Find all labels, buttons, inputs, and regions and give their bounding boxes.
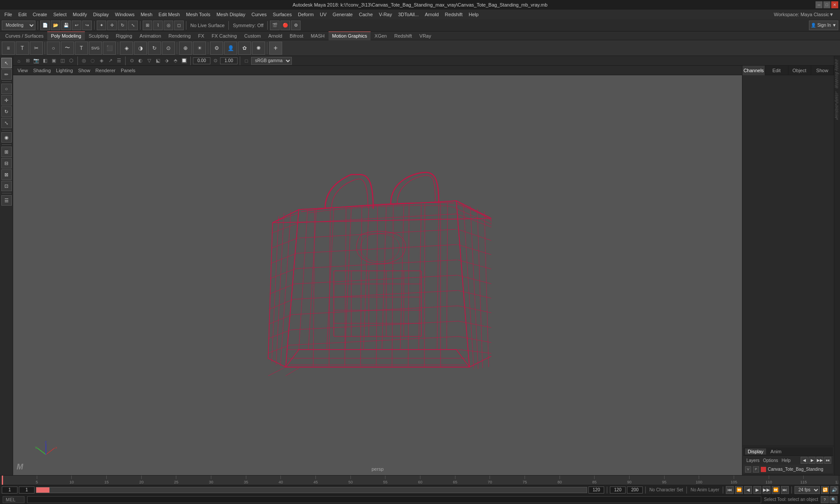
loop-button[interactable]: 🔁 <box>821 486 829 494</box>
shelf-icon-12[interactable]: 👤 <box>224 42 237 55</box>
layers-menu-btn[interactable]: Layers <box>745 458 761 463</box>
vp-icon-14[interactable]: ◐ <box>136 57 144 65</box>
anim-end-input[interactable] <box>588 486 604 494</box>
shelf-icon-5[interactable]: ◈ <box>120 42 133 55</box>
shelf-icon-11[interactable]: ⚙ <box>210 42 223 55</box>
menu-help[interactable]: Help <box>466 11 481 18</box>
shelf-tab-bifrost[interactable]: Bifrost <box>286 32 307 40</box>
snap-curve-button[interactable]: ⌇ <box>153 21 163 30</box>
tab-show[interactable]: Show <box>811 66 834 75</box>
vp-icon-4[interactable]: ◧ <box>41 57 49 65</box>
snap-surface-button[interactable]: ◻ <box>174 21 184 30</box>
command-input[interactable] <box>27 496 761 503</box>
layer-add-btn[interactable]: ▶▶ <box>816 457 823 464</box>
vp-icon-cam[interactable]: 📷 <box>32 57 40 65</box>
menu-mesh-display[interactable]: Mesh Display <box>214 11 248 18</box>
layer-next-btn[interactable]: ▶ <box>808 457 816 464</box>
shelf-tab-mash[interactable]: MASH <box>307 32 328 40</box>
open-scene-button[interactable]: 📂 <box>51 21 60 30</box>
workspace-label[interactable]: Workspace: Maya Classic▼ <box>774 12 838 17</box>
next-key-button[interactable]: ⏩ <box>772 486 780 494</box>
audio-button[interactable]: 🔊 <box>830 486 838 494</box>
current-frame-input[interactable] <box>19 486 35 494</box>
viewport-canvas[interactable]: persp M X Y Z <box>13 75 742 475</box>
layer-v-button[interactable]: V <box>745 466 751 472</box>
shelf-tab-arnold[interactable]: Arnold <box>265 32 286 40</box>
menu-3dtoall[interactable]: 3DToAll... <box>396 11 421 18</box>
shelf-tab-motion-graphics[interactable]: Motion Graphics <box>329 32 371 40</box>
menu-windows[interactable]: Windows <box>112 11 137 18</box>
menu-curves[interactable]: Curves <box>249 11 270 18</box>
aff-modeling-toolkit[interactable]: Modeling Toolkit <box>836 58 839 90</box>
menu-deform[interactable]: Deform <box>295 11 316 18</box>
playback-range-slider[interactable] <box>36 487 587 493</box>
menu-mesh[interactable]: Mesh <box>138 11 155 18</box>
shelf-tab-sculpting[interactable]: Sculpting <box>85 32 112 40</box>
scale-tool-button[interactable]: ⤡ <box>128 21 138 30</box>
vp-icon-5[interactable]: ▣ <box>50 57 58 65</box>
vp-icon-18[interactable]: ⬘ <box>172 57 179 65</box>
goto-start-button[interactable]: ⏮ <box>726 486 734 494</box>
vp-icon-15[interactable]: ▽ <box>145 57 153 65</box>
shelf-tab-fx[interactable]: FX <box>195 32 208 40</box>
shelf-icon-10[interactable]: ☀ <box>193 42 206 55</box>
vp-icon-7[interactable]: ⬡ <box>67 57 75 65</box>
select-mode-button[interactable]: ↖ <box>1 58 12 68</box>
shelf-icon-9[interactable]: ⊕ <box>179 42 192 55</box>
shelf-tab-redshift[interactable]: Redshift <box>391 32 415 40</box>
tab-display[interactable]: Display <box>745 448 766 455</box>
rotate-tool-button[interactable]: ↻ <box>118 21 127 30</box>
menu-arnold[interactable]: Arnold <box>422 11 441 18</box>
snap-grid-button[interactable]: ⊞ <box>143 21 152 30</box>
menu-uv[interactable]: UV <box>317 11 329 18</box>
layer-end-btn[interactable]: ⏭ <box>824 457 831 464</box>
snap-point-button[interactable]: ◎ <box>164 21 173 30</box>
shelf-tab-rigging[interactable]: Rigging <box>112 32 136 40</box>
vp-icon-8[interactable]: ◎ <box>80 57 88 65</box>
prev-frame-button[interactable]: ◀ <box>744 486 752 494</box>
new-scene-button[interactable]: 📄 <box>40 21 50 30</box>
vp-icon-10[interactable]: ◈ <box>98 57 105 65</box>
list-button[interactable]: ☰ <box>1 195 12 206</box>
shelf-icon-8[interactable]: ⊙ <box>162 42 175 55</box>
shelf-icon-box[interactable]: ⬛ <box>103 42 116 55</box>
layout-button-4[interactable]: ⊡ <box>1 181 12 191</box>
vp-icon-6[interactable]: ◫ <box>59 57 66 65</box>
coord-x-input[interactable] <box>193 57 210 64</box>
paint-select-button[interactable]: ✏ <box>1 69 12 80</box>
shelf-icon-2[interactable]: T <box>16 42 29 55</box>
shelf-icon-1[interactable]: ≡ <box>2 42 15 55</box>
sb-help-button[interactable]: ? <box>821 496 829 503</box>
vp-icon-9[interactable]: ◌ <box>89 57 97 65</box>
menu-file[interactable]: File <box>2 11 15 18</box>
layout-button-3[interactable]: ⊠ <box>1 169 12 180</box>
vp-icon-11[interactable]: ↗ <box>106 57 114 65</box>
aff-attribute-editor[interactable]: Attribute Editor <box>836 91 839 122</box>
save-scene-button[interactable]: 💾 <box>61 21 71 30</box>
timeline[interactable]: 1510152025303540455055606570758085909510… <box>0 475 840 485</box>
vp-icon-19[interactable]: 🔲 <box>180 57 188 65</box>
layout-button-2[interactable]: ⊟ <box>1 158 12 168</box>
scale-tool-lt-button[interactable]: ⤡ <box>1 118 12 128</box>
shelf-icon-add[interactable]: + <box>269 42 282 55</box>
menu-edit[interactable]: Edit <box>16 11 29 18</box>
vp-menu-renderer[interactable]: Renderer <box>94 67 117 74</box>
shelf-icon-sphere[interactable]: ○ <box>47 42 60 55</box>
quad-layout-button[interactable]: ⊞ <box>1 147 12 157</box>
menu-redshift[interactable]: Redshift <box>442 11 465 18</box>
rotate-tool-lt-button[interactable]: ↻ <box>1 106 12 117</box>
menu-display[interactable]: Display <box>91 11 112 18</box>
shelf-icon-13[interactable]: ✿ <box>238 42 251 55</box>
shelf-tab-fx-caching[interactable]: FX Caching <box>208 32 240 40</box>
gamma-dropdown[interactable]: sRGB gamma Linear <box>251 57 292 65</box>
options-menu-btn[interactable]: Options <box>762 458 779 463</box>
shelf-icon-14[interactable]: ✺ <box>252 42 265 55</box>
vp-coord-btn[interactable]: ⊙ <box>211 57 219 65</box>
shelf-tab-xgen[interactable]: XGen <box>371 32 390 40</box>
menu-create[interactable]: Create <box>30 11 50 18</box>
menu-generate[interactable]: Generate <box>330 11 355 18</box>
move-tool-button[interactable]: ✛ <box>107 21 117 30</box>
close-button[interactable]: ✕ <box>831 1 838 8</box>
vp-menu-show[interactable]: Show <box>77 67 92 74</box>
shelf-tab-custom[interactable]: Custom <box>241 32 264 40</box>
